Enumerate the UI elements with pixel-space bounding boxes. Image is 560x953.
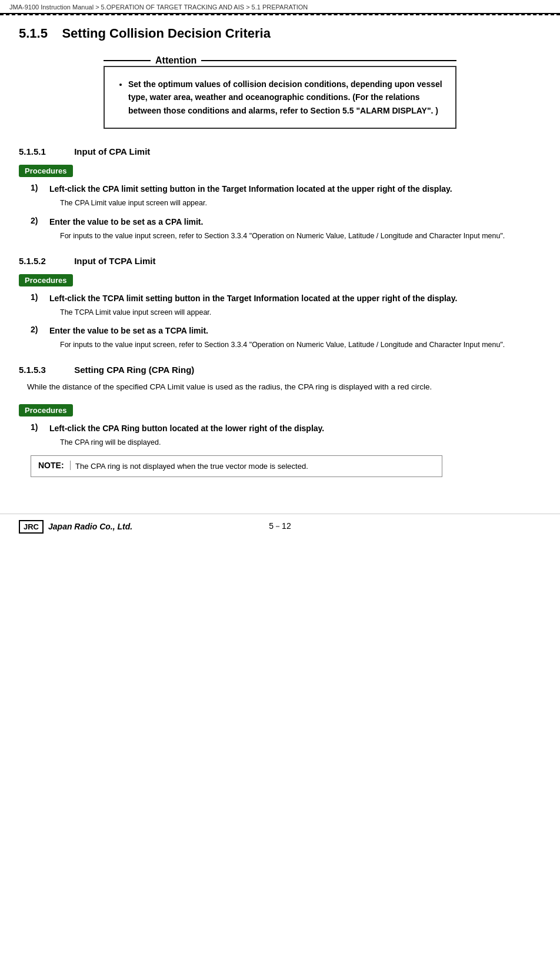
step-5152-1: 1) Left-click the TCPA limit setting but…	[31, 292, 541, 305]
step-5151-2: 2) Enter the value to be set as a CPA li…	[31, 216, 541, 228]
procedures-badge-3: Procedures	[19, 404, 73, 416]
steps-5152: 1) Left-click the TCPA limit setting but…	[31, 292, 541, 351]
attention-list: Set the optimum values of collision deci…	[116, 78, 444, 117]
steps-5151: 1) Left-click the CPA limit setting butt…	[31, 183, 541, 242]
procedures-badge-2: Procedures	[19, 274, 73, 286]
step-5151-1: 1) Left-click the CPA limit setting butt…	[31, 183, 541, 195]
footer-page: 5－12	[269, 521, 291, 532]
note-box: NOTE: The CPA ring is not displayed when…	[31, 455, 442, 478]
note-text: The CPA ring is not displayed when the t…	[75, 461, 308, 472]
subsection-5153-heading: 5.1.5.3 Setting CPA Ring (CPA Ring)	[19, 365, 541, 375]
attention-line-left	[104, 60, 151, 61]
attention-label: Attention	[155, 55, 196, 66]
jrc-label: JRC	[19, 520, 44, 534]
footer: JRC Japan Radio Co., Ltd. 5－12	[0, 514, 560, 539]
attention-box: Set the optimum values of collision deci…	[104, 66, 456, 129]
step-5152-2: 2) Enter the value to be set as a TCPA l…	[31, 325, 541, 337]
section-5153-intro: While the distance of the specified CPA …	[27, 381, 533, 394]
section-title: 5.1.5 Setting Collision Decision Criteri…	[19, 26, 541, 41]
step-5153-1: 1) Left-click the CPA Ring button locate…	[31, 422, 541, 435]
steps-5153: 1) Left-click the CPA Ring button locate…	[31, 422, 541, 477]
footer-logo: JRC Japan Radio Co., Ltd.	[19, 520, 132, 534]
attention-container: Attention Set the optimum values of coll…	[19, 55, 541, 129]
note-label: NOTE:	[38, 461, 71, 470]
procedures-badge-1: Procedures	[19, 165, 73, 177]
footer-company: Japan Radio Co., Ltd.	[48, 522, 132, 531]
breadcrumb: JMA-9100 Instruction Manual > 5.OPERATIO…	[0, 0, 560, 14]
subsection-5152-heading: 5.1.5.2 Input of TCPA Limit	[19, 256, 541, 266]
main-content: 5.1.5 Setting Collision Decision Criteri…	[0, 15, 560, 496]
attention-line-right	[201, 60, 456, 61]
subsection-5151-heading: 5.1.5.1 Input of CPA Limit	[19, 146, 541, 156]
attention-label-row: Attention	[104, 55, 456, 66]
attention-item: Set the optimum values of collision deci…	[128, 78, 444, 117]
